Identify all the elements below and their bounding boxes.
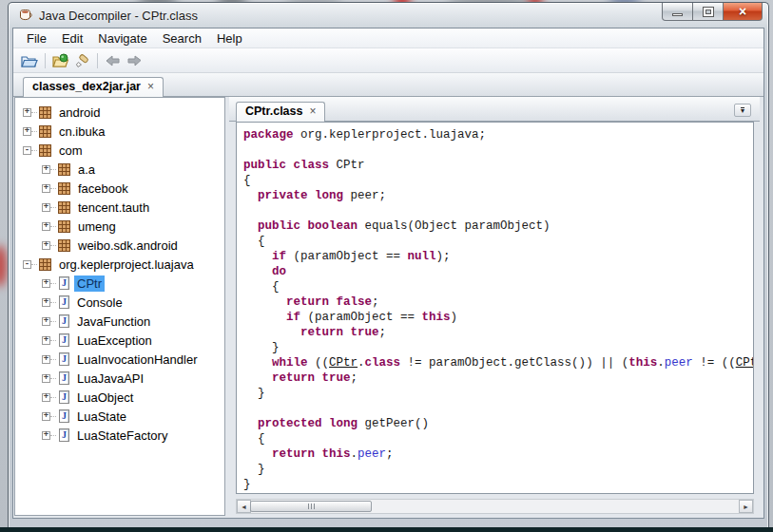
menu-file[interactable]: File: [19, 29, 54, 48]
tree-item-label[interactable]: android: [56, 104, 103, 121]
package-tree[interactable]: +android+cn.ibuka-com+a.a+facebook+tence…: [14, 97, 225, 516]
tree-item-a.a[interactable]: +a.a: [15, 160, 224, 179]
expand-icon[interactable]: +: [42, 222, 50, 231]
tree-item-label[interactable]: weibo.sdk.android: [75, 238, 181, 254]
code-line: [243, 401, 753, 416]
menu-navigate[interactable]: Navigate: [90, 29, 154, 48]
tree-item-label[interactable]: LuaException: [74, 332, 155, 349]
maximize-button[interactable]: [692, 3, 724, 21]
tree-item-label[interactable]: a.a: [75, 162, 98, 178]
tree-item-label[interactable]: facebook: [75, 180, 131, 197]
expand-icon[interactable]: +: [23, 127, 31, 136]
tree-item-LuaStateFactory[interactable]: +JLuaStateFactory: [15, 426, 224, 445]
open-type-button[interactable]: [50, 51, 71, 70]
tree-item-facebook[interactable]: +facebook: [15, 179, 224, 198]
back-button[interactable]: [103, 51, 124, 70]
tree-item-label[interactable]: tencent.tauth: [75, 200, 152, 216]
code-token: [308, 189, 316, 202]
expand-icon[interactable]: +: [42, 336, 50, 345]
tab-list-button[interactable]: ▾: [734, 104, 751, 117]
expand-icon[interactable]: +: [42, 241, 50, 250]
tree-item-CPtr[interactable]: +JCPtr: [15, 274, 224, 293]
tree-item-label[interactable]: LuaInvocationHandler: [74, 352, 200, 368]
package-icon: [39, 106, 51, 119]
expand-icon[interactable]: +: [23, 108, 31, 117]
tree-item-weibo.sdk.android[interactable]: +weibo.sdk.android: [15, 236, 224, 255]
menu-bar: FileEditNavigateSearchHelp: [13, 28, 763, 48]
tree-item-label[interactable]: com: [56, 142, 86, 159]
code-token: }: [243, 478, 251, 491]
tree-item-label[interactable]: Console: [74, 294, 126, 311]
menu-edit[interactable]: Edit: [54, 29, 90, 48]
tree-item-label[interactable]: umeng: [75, 218, 119, 235]
tree-item-LuaJavaAPI[interactable]: +JLuaJavaAPI: [15, 369, 224, 388]
tree-item-org.keplerproject.luajava[interactable]: -org.keplerproject.luajava: [15, 255, 224, 274]
tree-item-JavaFunction[interactable]: +JJavaFunction: [15, 312, 224, 331]
scrollbar-thumb[interactable]: [250, 501, 372, 512]
expand-icon[interactable]: +: [42, 431, 50, 440]
code-line: }: [243, 386, 753, 401]
expand-icon[interactable]: +: [42, 317, 50, 326]
tree-item-label[interactable]: LuaState: [74, 408, 129, 425]
scroll-right-button[interactable]: ►: [739, 500, 753, 513]
menu-search[interactable]: Search: [155, 29, 209, 48]
forward-button[interactable]: [124, 51, 145, 70]
tree-item-Console[interactable]: +JConsole: [15, 293, 224, 312]
code-token: [243, 189, 258, 202]
collapse-icon[interactable]: -: [23, 146, 31, 155]
code-token: do: [272, 265, 286, 278]
tree-item-android[interactable]: +android: [15, 103, 224, 122]
title-bar[interactable]: Java Decompiler - CPtr.class ×: [9, 3, 768, 28]
code-token: if: [286, 311, 300, 324]
java-class-icon: J: [59, 314, 69, 328]
jar-tab-close-icon[interactable]: ×: [147, 82, 154, 91]
horizontal-scrollbar[interactable]: ◄ ►: [236, 499, 754, 514]
chevron-down-icon: ▾: [741, 107, 744, 114]
scroll-left-button[interactable]: ◄: [237, 500, 251, 513]
code-token: this: [422, 311, 451, 324]
tree-item-label[interactable]: LuaObject: [74, 390, 136, 406]
code-token: {: [243, 235, 265, 248]
tree-connector: [50, 245, 56, 246]
tree-item-com[interactable]: -com: [15, 141, 224, 160]
tree-connector: [31, 131, 37, 132]
collapse-icon[interactable]: -: [23, 260, 31, 269]
tree-item-LuaException[interactable]: +JLuaException: [15, 331, 224, 350]
expand-icon[interactable]: +: [42, 412, 50, 421]
tree-connector: [50, 340, 56, 341]
expand-icon[interactable]: +: [42, 279, 50, 288]
tree-item-label[interactable]: LuaJavaAPI: [74, 370, 146, 387]
tree-item-tencent.tauth[interactable]: +tencent.tauth: [15, 198, 224, 217]
tab-classes-dex2jar-jar[interactable]: classes_dex2jar.jar ×: [23, 77, 164, 97]
tree-item-label[interactable]: CPtr: [74, 276, 105, 292]
expand-icon[interactable]: +: [42, 184, 50, 193]
tree-item-LuaObject[interactable]: +JLuaObject: [15, 388, 224, 407]
expand-icon[interactable]: +: [42, 165, 50, 174]
type-link[interactable]: CPtr: [329, 356, 358, 370]
expand-icon[interactable]: +: [42, 393, 50, 402]
code-line: while ((CPtr.class != paramObject.getCla…: [243, 355, 753, 370]
tree-item-umeng[interactable]: +umeng: [15, 217, 224, 236]
tree-item-label[interactable]: cn.ibuka: [56, 124, 107, 140]
code-tab-close-icon[interactable]: ×: [309, 106, 316, 116]
code-token: org.keplerproject.luajava;: [294, 128, 487, 142]
open-file-button[interactable]: [19, 51, 40, 70]
search-button[interactable]: [71, 51, 92, 70]
type-link[interactable]: CPtr: [736, 356, 754, 370]
menu-help[interactable]: Help: [209, 29, 250, 48]
expand-icon[interactable]: +: [42, 374, 50, 383]
tab-cptr-class[interactable]: CPtr.class ×: [236, 102, 325, 122]
window-controls: ×: [663, 3, 763, 21]
expand-icon[interactable]: +: [42, 355, 50, 364]
tree-item-label[interactable]: LuaStateFactory: [74, 428, 170, 444]
tree-item-LuaState[interactable]: +JLuaState: [15, 407, 224, 426]
expand-icon[interactable]: +: [42, 298, 50, 307]
minimize-button[interactable]: [662, 3, 693, 21]
tree-item-label[interactable]: JavaFunction: [74, 314, 153, 330]
tree-item-LuaInvocationHandler[interactable]: +JLuaInvocationHandler: [15, 350, 224, 369]
tree-item-label[interactable]: org.keplerproject.luajava: [56, 256, 197, 273]
tree-item-cn.ibuka[interactable]: +cn.ibuka: [15, 122, 224, 141]
code-editor[interactable]: package org.keplerproject.luajava; publi…: [236, 122, 754, 494]
close-button[interactable]: ×: [723, 3, 763, 21]
expand-icon[interactable]: +: [42, 203, 50, 212]
